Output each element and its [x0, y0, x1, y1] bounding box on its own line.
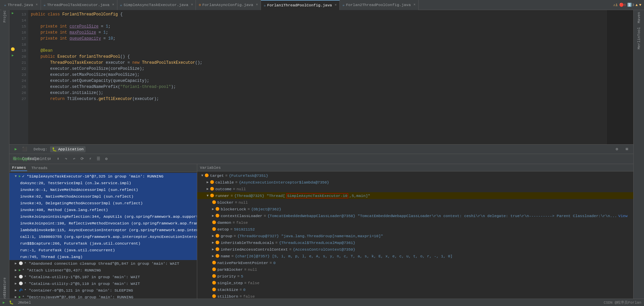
frames-tab[interactable]: Frames	[11, 165, 27, 171]
var-park-blocker[interactable]: 🟠 parkBlocker = null	[197, 266, 633, 273]
frame-run-1[interactable]: run:-1, FutureTask (java.util.concurrent…	[9, 247, 197, 253]
frame-run-745[interactable]: run:745, Thread (java.lang)	[9, 253, 197, 260]
thread-label: * "container-0"@5,121 in group 'main': S…	[24, 288, 133, 293]
thread-abandoned[interactable]: ▶ ⚪ * "Abandoned connection cleanup thre…	[9, 260, 197, 267]
merlin-tool-tab[interactable]: MerlinTool	[636, 25, 642, 51]
thread-attach-listener[interactable]: ▶ ▶ * "Attach Listener"@3,437: RUNNING	[9, 267, 197, 273]
frame-invoke-0[interactable]: invoke:0:-1, NativeMethodAccessorImpl (s…	[9, 186, 197, 193]
code-line-24: executor.setQueueCapacity(queueCapacity)…	[28, 78, 606, 84]
settings-button[interactable]: ⚙	[613, 146, 621, 153]
tab-simple-async[interactable]: ☕ SimpleAsyncTaskExecutor.java ×	[117, 0, 196, 10]
var-eetop[interactable]: 🟠 eetop = 591921152	[197, 226, 633, 233]
var-runner[interactable]: ▼ 🟠 runner = {Thread@7325} "Thread[Simpl…	[197, 192, 633, 199]
tab-forlan2-threadpool-config[interactable]: ☕ Forlan2ThreadPoolConfig.java ×	[340, 0, 419, 10]
close-tab-btn[interactable]: ×	[414, 3, 416, 7]
evaluate-btn[interactable]: ⟳	[78, 155, 86, 163]
resume-button[interactable]: ▶	[12, 146, 19, 153]
thread-container-0[interactable]: ▶ 💤 * "container-0"@5,121 in group 'main…	[9, 287, 197, 294]
frame-label: run:-1, FutureTask (java.util.concurrent…	[20, 248, 115, 252]
frame-invoke-498[interactable]: invoke:498, Method (java.lang.reflect)	[9, 206, 197, 213]
close-tab-btn[interactable]: ×	[36, 3, 38, 7]
var-native-park[interactable]: 🟠 nativeParkEventPointer = 0	[197, 259, 633, 266]
frame-label: invoke:62, NativeMethodAccessorImpl (sun…	[20, 194, 133, 199]
frame-invoke-62[interactable]: invoke:62, NativeMethodAccessorImpl (sun…	[9, 193, 197, 200]
var-target[interactable]: ▼ 🟠 target = {FutureTask@7351}	[197, 172, 633, 179]
stream-btn[interactable]: ☰	[95, 155, 102, 163]
thread-catalina-2[interactable]: ▶ ⚪ * "Catalina-utility-2"@5,110 in grou…	[9, 280, 197, 287]
thread-run-icon: ▶	[19, 268, 21, 272]
tab-forlan1-threadpool-config[interactable]: ☕ Forlan1ThreadPoolConfig.java ×	[261, 0, 340, 10]
var-stacksize[interactable]: 🟠 stackSize = 0	[197, 286, 633, 293]
expand-icon: ▶	[212, 234, 214, 238]
nav-up-btn[interactable]: ▲	[636, 3, 638, 7]
step-out-btn[interactable]: ↷	[62, 155, 70, 163]
close-tab-btn[interactable]: ×	[335, 3, 337, 7]
frame-invokejoinpoint-198[interactable]: invokeJoinpoint:198, ReflectiveMethodInv…	[9, 220, 197, 226]
code-line-27: return TtlExecutors.getTtlExecutor(execu…	[28, 96, 606, 102]
minimap	[606, 10, 633, 144]
gutter-l17	[9, 34, 16, 40]
debug-indicator-btn[interactable]: 🐛	[9, 300, 14, 305]
var-blocker[interactable]: 🟠 blocker = null	[197, 199, 633, 206]
frame-invoke-43[interactable]: invoke:43, DelegatingMethodAccessorImpl …	[9, 200, 197, 206]
maven-tab[interactable]: Maven	[636, 10, 642, 25]
close-tab-btn[interactable]: ×	[256, 3, 258, 7]
run-indicator: ▶	[9, 10, 16, 16]
frame-call-1[interactable]: call:1, 1580003755 (org.springframework.…	[9, 233, 197, 240]
var-contextclassloader[interactable]: ▶ 🟠 contextClassLoader = {TomcatEmbedded…	[197, 212, 633, 219]
close-tab-btn[interactable]: ×	[112, 3, 114, 7]
step-into-btn[interactable]: ⬆	[54, 155, 62, 163]
thread-item-simple-async[interactable]: ▼ ▶ ✓ *SimpleAsyncTaskExecutor-10*@7,325…	[9, 173, 197, 180]
var-single-step[interactable]: 🟠 single_step = false	[197, 279, 633, 286]
step-over-btn[interactable]: ⬇	[46, 155, 54, 163]
thread-list[interactable]: ▼ ▶ ✓ *SimpleAsyncTaskExecutor-10*@7,325…	[9, 172, 197, 299]
layout-button[interactable]: ⊞	[623, 146, 631, 153]
watch-btn[interactable]: ⚡	[87, 155, 94, 163]
debug-app-tab[interactable]: 🐛 Application	[50, 146, 86, 152]
thread-destroy-jvm[interactable]: ▶ ▶ * "DestroyJavaVM"@7,096 in group 'ma…	[9, 294, 197, 299]
var-name[interactable]: ▶ 🟠 name = {char[26]@7357} [S, i, m, p, …	[197, 253, 633, 259]
expand-icon: ▶	[212, 241, 214, 245]
code-line-19: @Bean	[28, 48, 606, 54]
tab-forlan-async-config[interactable]: ⚙ ForlanAsyncConfig.java ×	[196, 0, 261, 10]
bottom-bar: ▶ 🐛 JRebel CSDN @程序员Forlan	[0, 299, 644, 306]
view-link[interactable]: View	[618, 214, 628, 218]
endpoints-tab-btn[interactable]: Endpoints	[35, 155, 42, 163]
tab-thread-java[interactable]: ☕ Thread.java ×	[1, 0, 41, 10]
var-callable[interactable]: ▶ 🟠 callable = {AsyncExecutionIntercepto…	[197, 179, 633, 186]
debug-right-panel: Variables ▼ 🟠 target = {FutureTask@7351}	[197, 164, 633, 299]
expand-icon: ▼	[207, 194, 209, 198]
var-priority[interactable]: 🟠 priority = 5	[197, 273, 633, 279]
run-indicator-btn[interactable]: ▶	[3, 300, 5, 305]
code-editor[interactable]: public class Forlan1ThreadPoolConfig { p…	[28, 10, 606, 144]
stop-button[interactable]: ⬛	[21, 146, 28, 153]
frame-run-capture[interactable]: run$$$capture:266, FutureTask (java.util…	[9, 240, 197, 247]
var-icon: 🟠	[215, 214, 219, 218]
frame-label: lambda$invoke$0:115, AsyncExecutionInter…	[20, 228, 197, 232]
code-line-26: executor.initialize();	[28, 90, 606, 96]
threads-tab[interactable]: Threads	[30, 165, 49, 171]
nav-down-btn[interactable]: ▼	[639, 3, 641, 7]
variables-list[interactable]: ▼ 🟠 target = {FutureTask@7351} ▶ 🟠 calla…	[197, 171, 633, 299]
var-outcome[interactable]: ▶ 🟠 outcome = null	[197, 186, 633, 192]
var-inheritable-threadlocals[interactable]: ▶ 🟠 inheritableThreadLocals = {ThreadLoc…	[197, 239, 633, 246]
frame-invokejoinpoint-344[interactable]: invokeJoinpointUsingReflection:344, AopU…	[9, 213, 197, 220]
more-btn[interactable]: ⚙	[103, 155, 110, 163]
close-tab-btn[interactable]: ×	[191, 3, 193, 7]
frame-label: invoke:43, DelegatingMethodAccessorImpl …	[20, 201, 143, 205]
var-daemon[interactable]: 🟠 daemon = false	[197, 219, 633, 226]
run-to-cursor-btn[interactable]: ↶	[70, 155, 78, 163]
var-group[interactable]: ▶ 🟠 group = {ThreadGroup@7327} "java.lan…	[197, 233, 633, 239]
tab-threadpool-executor[interactable]: ☕ ThreadPoolTaskExecutor.java ×	[41, 0, 117, 10]
favorites-icon[interactable]: Favorites	[1, 291, 9, 299]
var-inherited-acc[interactable]: ▶ 🟠 inheritedAccessControlContext = {Acc…	[197, 246, 633, 253]
project-icon[interactable]: Project	[1, 11, 9, 19]
frame-doasync[interactable]: doAsync:20, TestServiceImpl (cn.lw.servi…	[9, 180, 197, 186]
thread-catalina-1[interactable]: ▶ ⚪ * "Catalina-utility-1"@5,107 in grou…	[9, 273, 197, 280]
frame-lambda[interactable]: lambda$invoke$0:115, AsyncExecutionInter…	[9, 226, 197, 233]
java-icon: ☕	[264, 3, 266, 7]
var-stillborn[interactable]: 🟠 stillborn = false	[197, 293, 633, 299]
thread-running-icon: ▶	[19, 174, 21, 178]
var-icon: 🟠	[212, 200, 216, 204]
var-blockerlock[interactable]: ▶ 🟠 blockerLock = {Object@7362}	[197, 206, 633, 212]
